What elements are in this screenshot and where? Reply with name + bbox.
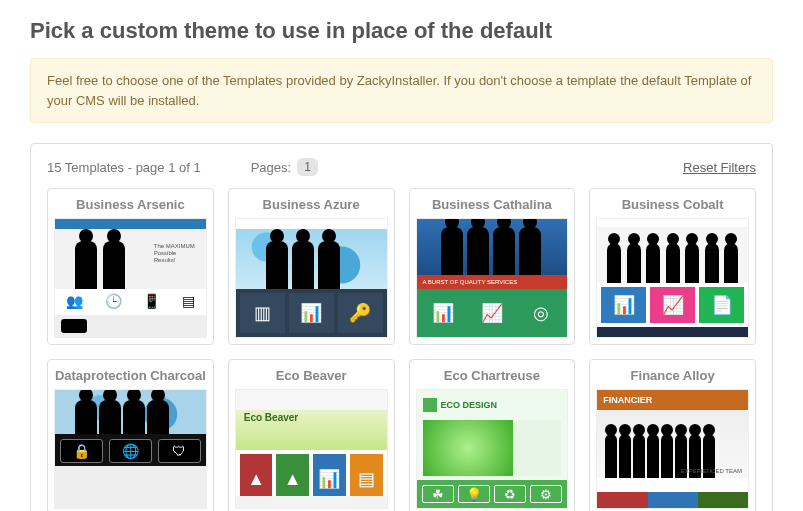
template-thumbnail: 📊 📈 📄 bbox=[596, 218, 749, 338]
template-card-business-arsenic[interactable]: Business Arsenic The MAXIMUM Possible Re… bbox=[47, 188, 214, 345]
recycle-icon: ♻ bbox=[494, 485, 526, 503]
trend-icon: 📈 bbox=[650, 287, 695, 323]
template-thumbnail: Eco Beaver ▲ ▲ 📊 ▤ bbox=[235, 389, 388, 509]
template-title: Business Cathalina bbox=[416, 195, 569, 218]
template-card-business-cobalt[interactable]: Business Cobalt 📊 📈 📄 bbox=[589, 188, 756, 345]
toolbar: 15 Templates - page 1 of 1 Pages: 1 Rese… bbox=[47, 158, 756, 176]
lock-icon: 🔒 bbox=[60, 439, 103, 463]
template-card-finance-alloy[interactable]: Finance Alloy FINANCIER EXPERIENCED TEAM bbox=[589, 359, 756, 511]
globe-icon: 🌐 bbox=[109, 439, 152, 463]
template-grid: Business Arsenic The MAXIMUM Possible Re… bbox=[47, 188, 756, 511]
doc-icon: 📄 bbox=[699, 287, 744, 323]
template-title: Business Azure bbox=[235, 195, 388, 218]
template-card-eco-beaver[interactable]: Eco Beaver Eco Beaver ▲ ▲ 📊 ▤ bbox=[228, 359, 395, 511]
template-title: Dataprotection Charcoal bbox=[54, 366, 207, 389]
chart-icon: ▥ bbox=[240, 293, 285, 333]
page-number[interactable]: 1 bbox=[297, 158, 318, 176]
template-card-business-azure[interactable]: Business Azure ▥ 📊 🔑 bbox=[228, 188, 395, 345]
template-panel: 15 Templates - page 1 of 1 Pages: 1 Rese… bbox=[30, 143, 773, 511]
phone-icon: 📱 bbox=[143, 293, 160, 309]
doc-icon: ▤ bbox=[182, 293, 195, 309]
template-title: Business Cobalt bbox=[596, 195, 749, 218]
template-card-business-cathalina[interactable]: Business Cathalina A BURST OF QUALITY SE… bbox=[409, 188, 576, 345]
template-title: Business Arsenic bbox=[54, 195, 207, 218]
shield-icon: 🛡 bbox=[158, 439, 201, 463]
leaf-icon: ☘ bbox=[422, 485, 454, 503]
template-title: Eco Beaver bbox=[235, 366, 388, 389]
pages-label: Pages: bbox=[251, 160, 291, 175]
barchart-icon: 📊 bbox=[289, 293, 334, 333]
template-thumbnail: ▥ 📊 🔑 bbox=[235, 218, 388, 338]
page-title: Pick a custom theme to use in place of t… bbox=[30, 18, 773, 44]
template-count: 15 Templates - page 1 of 1 bbox=[47, 160, 201, 175]
template-card-eco-chartreuse[interactable]: Eco Chartreuse ECO DESIGN ☘ 💡 ♻ ⚙ bbox=[409, 359, 576, 511]
clock-icon: 🕒 bbox=[105, 293, 122, 309]
key-icon: 🔑 bbox=[338, 293, 383, 333]
info-alert: Feel free to choose one of the Templates… bbox=[30, 58, 773, 123]
template-card-dataprotection-charcoal[interactable]: Dataprotection Charcoal 🔒 🌐 🛡 bbox=[47, 359, 214, 511]
template-thumbnail: The MAXIMUM Possible Results! 👥 🕒 📱 ▤ bbox=[54, 218, 207, 338]
template-title: Finance Alloy bbox=[596, 366, 749, 389]
barchart-icon: 📊 bbox=[601, 287, 646, 323]
template-thumbnail: ECO DESIGN ☘ 💡 ♻ ⚙ bbox=[416, 389, 569, 509]
bulb-icon: 💡 bbox=[458, 485, 490, 503]
template-thumbnail: A BURST OF QUALITY SERVICES 📊 📈 ◎ bbox=[416, 218, 569, 338]
template-thumbnail: FINANCIER EXPERIENCED TEAM bbox=[596, 389, 749, 509]
trend-icon: 📈 bbox=[469, 293, 514, 333]
reset-filters-link[interactable]: Reset Filters bbox=[683, 160, 756, 175]
people-icon: 👥 bbox=[66, 293, 83, 309]
template-title: Eco Chartreuse bbox=[416, 366, 569, 389]
template-thumbnail: 🔒 🌐 🛡 bbox=[54, 389, 207, 509]
target-icon: ◎ bbox=[518, 293, 563, 333]
gear-icon: ⚙ bbox=[530, 485, 562, 503]
barchart-icon: 📊 bbox=[421, 293, 466, 333]
